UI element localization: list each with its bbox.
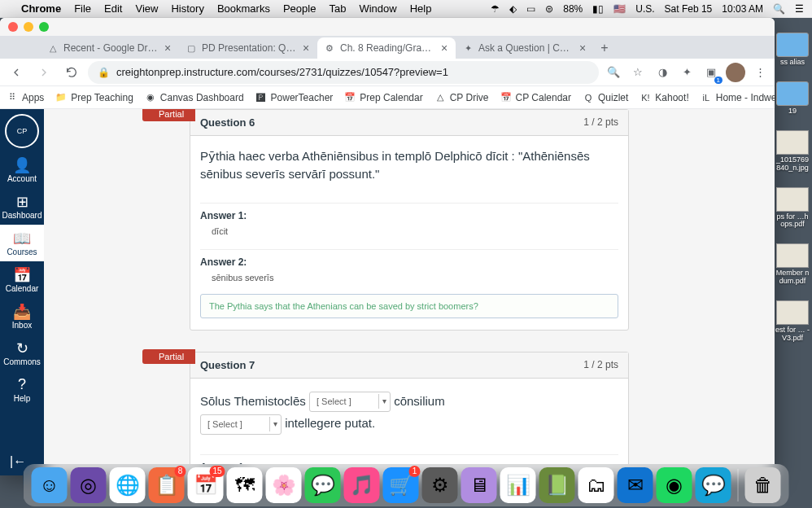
bookmark-label: Quizlet bbox=[598, 92, 628, 103]
question-title: Question 6 bbox=[200, 116, 255, 129]
address-input[interactable]: 🔒 creightonprep.instructure.com/courses/… bbox=[88, 61, 599, 84]
dock-icon: 💬 bbox=[311, 474, 335, 497]
spotlight-icon[interactable]: 🔍 bbox=[773, 3, 785, 15]
canvas-nav-courses[interactable]: 📖Courses bbox=[0, 225, 44, 261]
dock-app-1[interactable]: ◎ bbox=[71, 467, 107, 503]
menu-help[interactable]: Help bbox=[410, 2, 432, 15]
extensions-icon[interactable]: ✦ bbox=[677, 63, 696, 82]
display-icon[interactable]: ▭ bbox=[526, 3, 535, 15]
extension-icon-2[interactable]: ▣1 bbox=[701, 63, 721, 82]
tab-close-button[interactable]: × bbox=[163, 43, 172, 53]
extension-icon-1[interactable]: ◑ bbox=[653, 63, 672, 82]
battery-icon[interactable]: ▮▯ bbox=[592, 3, 604, 15]
browser-tab-2[interactable]: ⚙Ch. 8 Reading/Grammar Forma× bbox=[317, 37, 456, 59]
dock-app-9[interactable]: 🛒1 bbox=[383, 467, 419, 503]
menu-window[interactable]: Window bbox=[359, 2, 396, 15]
bookmark-label: Canvas Dashboard bbox=[160, 92, 244, 103]
menu-history[interactable]: History bbox=[171, 2, 203, 15]
desktop-file-1[interactable]: 19 bbox=[775, 81, 810, 116]
bookmark-8[interactable]: K!Kahoot! bbox=[640, 92, 688, 103]
dock-app-19[interactable]: 🗑 bbox=[745, 467, 781, 503]
bookmark-star-icon[interactable]: ☆ bbox=[628, 63, 648, 82]
desktop-file-5[interactable]: est for … - V3.pdf bbox=[775, 300, 810, 343]
dock-app-16[interactable]: ◉ bbox=[657, 467, 692, 503]
control-center-icon[interactable]: ☰ bbox=[795, 3, 804, 15]
menu-people[interactable]: People bbox=[283, 2, 316, 15]
desktop-file-0[interactable]: ss alias bbox=[775, 33, 810, 67]
canvas-nav-account[interactable]: 👤Account bbox=[0, 151, 44, 188]
browser-tab-3[interactable]: ✦Ask a Question | Canvas LMS C× bbox=[456, 37, 594, 59]
dock-app-17[interactable]: 💬 bbox=[696, 467, 731, 503]
dropbox-icon[interactable]: ⬖ bbox=[509, 3, 517, 15]
dock-app-12[interactable]: 📊 bbox=[500, 467, 536, 503]
desktop-file-3[interactable]: ps for …hops.pdf bbox=[775, 187, 810, 230]
new-tab-button[interactable]: + bbox=[594, 37, 615, 59]
tab-close-button[interactable]: × bbox=[301, 43, 311, 53]
bookmark-7[interactable]: QQuizlet bbox=[583, 92, 628, 103]
bookmark-3[interactable]: 🅿PowerTeacher bbox=[255, 92, 334, 103]
tab-close-button[interactable]: × bbox=[439, 43, 449, 53]
nav-label: Courses bbox=[7, 247, 37, 256]
collapse-nav-button[interactable]: |← bbox=[10, 454, 26, 469]
canvas-nav-commons[interactable]: ↻Commons bbox=[0, 335, 44, 371]
quiz-content: Partial Question 6 1 / 2 pts Pȳthia haec… bbox=[44, 109, 775, 475]
tab-close-button[interactable]: × bbox=[578, 43, 587, 53]
dock-app-2[interactable]: 🌐 bbox=[110, 467, 146, 503]
dock-app-13[interactable]: 📗 bbox=[539, 467, 575, 503]
canvas-nav-inbox[interactable]: 📥Inbox bbox=[0, 298, 44, 335]
browser-tab-1[interactable]: ▢PD Presentation: Quizzes - Go…× bbox=[179, 37, 317, 59]
answer-1-value: dīcit bbox=[200, 221, 618, 241]
chrome-menu-icon[interactable]: ⋮ bbox=[750, 63, 770, 82]
canvas-logo[interactable]: CP bbox=[5, 114, 39, 148]
bookmark-1[interactable]: 📁Prep Teaching bbox=[55, 92, 133, 103]
dock-app-3[interactable]: 📋8 bbox=[149, 467, 185, 503]
back-button[interactable] bbox=[5, 61, 28, 84]
canvas-nav-calendar[interactable]: 📅Calendar bbox=[0, 261, 44, 298]
dock-app-4[interactable]: 📅15 bbox=[188, 467, 224, 503]
wifi-icon[interactable]: ⊜ bbox=[545, 3, 553, 15]
close-window-button[interactable] bbox=[8, 22, 18, 32]
dock-app-15[interactable]: ✉ bbox=[618, 467, 653, 503]
menu-tab[interactable]: Tab bbox=[329, 2, 346, 15]
bookmark-6[interactable]: 📅CP Calendar bbox=[500, 92, 571, 103]
dock-app-11[interactable]: 🖥 bbox=[461, 467, 497, 503]
menu-file[interactable]: File bbox=[74, 2, 91, 15]
zoom-icon[interactable]: 🔍 bbox=[604, 63, 623, 82]
file-icon bbox=[776, 243, 809, 268]
file-icon bbox=[776, 33, 809, 57]
flag-icon[interactable]: 🇺🇸 bbox=[613, 3, 626, 15]
blank-select-1[interactable]: [ Select ] bbox=[309, 392, 391, 413]
menu-bookmarks[interactable]: Bookmarks bbox=[217, 2, 270, 15]
dock-app-10[interactable]: ⚙ bbox=[422, 467, 458, 503]
bookmark-0[interactable]: ⠿Apps bbox=[7, 92, 44, 103]
bookmark-5[interactable]: △CP Drive bbox=[434, 92, 489, 103]
dock-icon: 📋 bbox=[155, 474, 179, 497]
forward-button[interactable] bbox=[33, 61, 55, 84]
canvas-nav-help[interactable]: ?Help bbox=[0, 371, 44, 408]
blank-select-2[interactable]: [ Select ] bbox=[200, 414, 282, 436]
lock-icon: 🔒 bbox=[98, 67, 110, 78]
dock-app-8[interactable]: 🎵 bbox=[344, 467, 380, 503]
canvas-nav-dashboard[interactable]: ⊞Dashboard bbox=[0, 188, 44, 225]
dock-app-5[interactable]: 🗺 bbox=[227, 467, 263, 503]
app-name[interactable]: Chrome bbox=[21, 2, 61, 15]
bookmark-2[interactable]: ◉Canvas Dashboard bbox=[145, 92, 244, 103]
umbrella-icon[interactable]: ☂ bbox=[491, 3, 500, 15]
browser-tab-0[interactable]: △Recent - Google Drive× bbox=[41, 37, 179, 59]
maximize-window-button[interactable] bbox=[39, 22, 49, 32]
minimize-window-button[interactable] bbox=[24, 22, 33, 32]
dock-app-14[interactable]: 🗂 bbox=[578, 467, 614, 503]
menu-edit[interactable]: Edit bbox=[104, 2, 122, 15]
bookmark-4[interactable]: 📅Prep Calendar bbox=[344, 92, 422, 103]
dock-app-7[interactable]: 💬 bbox=[305, 467, 341, 503]
desktop-file-4[interactable]: Member ndum.pdf bbox=[775, 243, 810, 286]
menu-view[interactable]: View bbox=[135, 2, 158, 15]
tab-favicon: ✦ bbox=[462, 42, 474, 54]
desktop-file-2[interactable]: _1015769840_n.jpg bbox=[775, 130, 810, 173]
dock-app-0[interactable]: ☺ bbox=[32, 467, 68, 503]
profile-avatar[interactable] bbox=[726, 63, 745, 82]
reload-button[interactable] bbox=[60, 61, 83, 84]
inbox-icon: 📥 bbox=[13, 303, 31, 319]
dock-badge: 15 bbox=[209, 466, 225, 477]
dock-app-6[interactable]: 🌸 bbox=[266, 467, 302, 503]
